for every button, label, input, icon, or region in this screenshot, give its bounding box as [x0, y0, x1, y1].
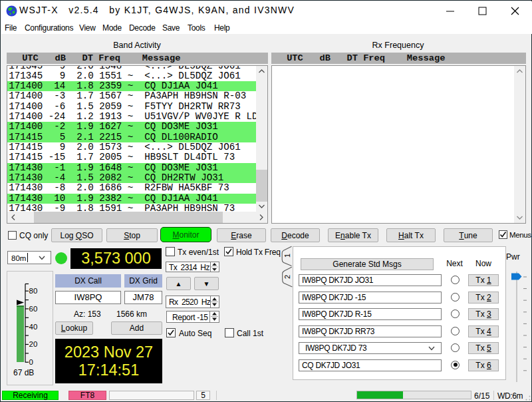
svg-text:0: 0 [29, 358, 33, 366]
svg-text:20: 20 [29, 340, 38, 348]
svg-text:40: 40 [29, 323, 38, 331]
svg-text:60: 60 [29, 305, 38, 313]
svg-text:80: 80 [29, 287, 38, 295]
